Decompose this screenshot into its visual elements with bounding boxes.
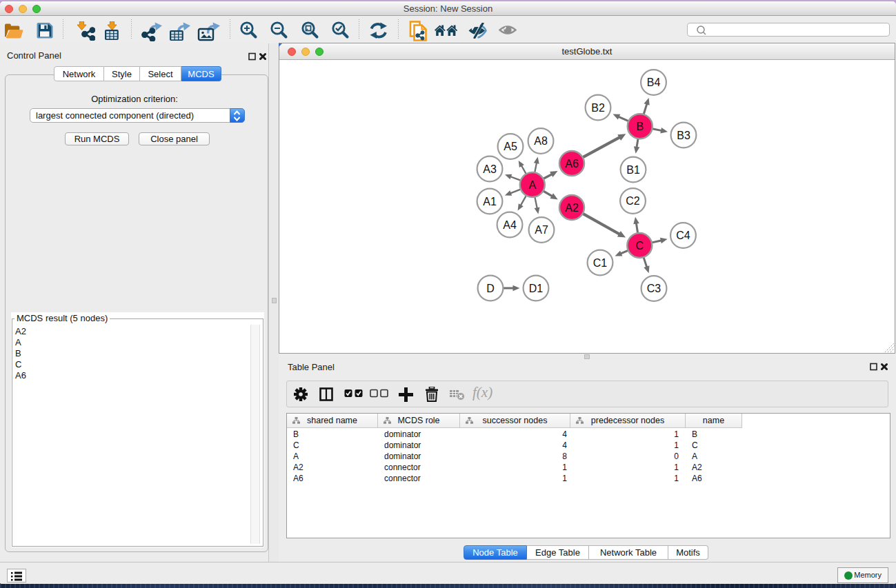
svg-text:A8: A8 [534,135,548,147]
svg-text:B4: B4 [647,77,661,88]
svg-text:B2: B2 [591,102,605,114]
svg-text:A1: A1 [483,196,497,207]
svg-text:B3: B3 [677,130,690,141]
svg-text:A3: A3 [483,163,497,175]
svg-text:A2: A2 [565,202,579,214]
svg-text:A7: A7 [535,224,548,236]
svg-text:A4: A4 [503,219,517,231]
svg-text:C3: C3 [647,283,661,294]
svg-text:A6: A6 [565,158,579,170]
svg-text:B1: B1 [626,164,640,176]
svg-text:A5: A5 [504,141,517,152]
svg-text:D1: D1 [529,283,544,294]
svg-text:C1: C1 [593,257,608,269]
svg-text:C2: C2 [626,195,640,207]
svg-text:B: B [636,121,644,132]
svg-text:C: C [636,240,644,252]
svg-text:A: A [528,179,536,191]
svg-text:C4: C4 [676,230,690,241]
svg-text:D: D [486,283,495,294]
